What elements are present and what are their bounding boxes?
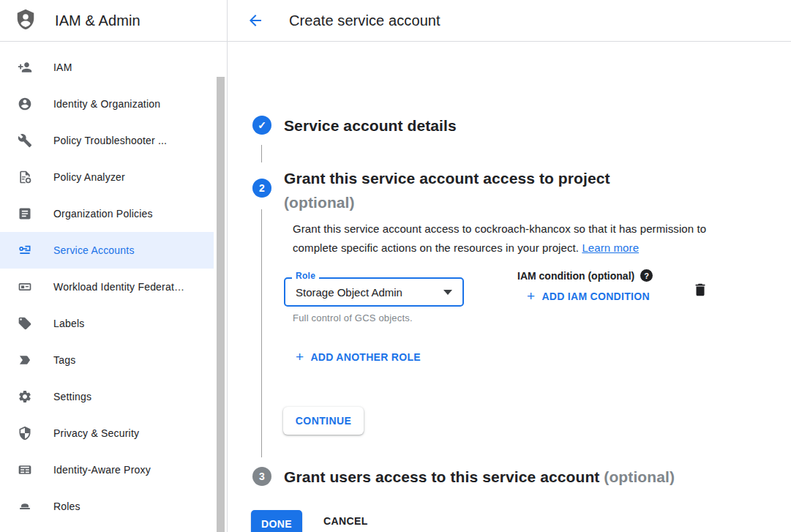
done-button[interactable]: DONE	[251, 510, 302, 532]
gear-icon	[18, 389, 32, 404]
step2-optional-label: (optional)	[284, 194, 355, 211]
wrench-icon	[18, 133, 32, 148]
dropdown-caret-icon	[443, 290, 452, 295]
sidebar-item-identity-organization[interactable]: Identity & Organization	[0, 86, 214, 122]
step3-number: 3	[259, 471, 265, 482]
tag-icon	[18, 353, 32, 367]
step2-title: Grant this service account access to pro…	[284, 166, 610, 214]
person-add-icon	[18, 60, 32, 75]
sidebar-item-label: Service Accounts	[53, 244, 135, 256]
sidebar-item-label: IAM	[53, 61, 72, 73]
sidebar-item-workload-identity-federation[interactable]: Workload Identity Federat…	[0, 269, 214, 305]
step3-title-text: Grant users access to this service accou…	[284, 468, 599, 485]
stepper-connector-line	[261, 209, 262, 457]
sidebar-item-organization-policies[interactable]: Organization Policies	[0, 195, 214, 232]
step2-description-text: Grant this service account access to coc…	[293, 222, 706, 254]
sidebar-item-label: Organization Policies	[53, 208, 153, 220]
sidebar-nav: IAM Identity & Organization Policy Troub…	[0, 42, 228, 532]
sidebar-item-privacy-security[interactable]: Privacy & Security	[0, 415, 214, 452]
learn-more-link[interactable]: Learn more	[582, 241, 639, 254]
role-helper-text: Full control of GCS objects.	[293, 312, 413, 323]
app-window: IAM & Admin Create service account IAM I…	[0, 0, 791, 532]
shield-half-icon	[18, 426, 32, 441]
sidebar-item-label: Tags	[53, 354, 75, 366]
add-iam-condition-label: ADD IAM CONDITION	[541, 291, 649, 302]
continue-button[interactable]: CONTINUE	[283, 407, 364, 435]
plus-icon: +	[296, 352, 304, 362]
sidebar-item-label: Privacy & Security	[53, 427, 139, 439]
policy-analyzer-icon	[18, 170, 32, 184]
step1-title: Service account details	[284, 117, 457, 135]
sidebar-item-policy-troubleshooter[interactable]: Policy Troubleshooter ...	[0, 122, 214, 159]
sidebar-item-policy-analyzer[interactable]: Policy Analyzer	[0, 159, 214, 195]
plus-icon: +	[527, 291, 535, 301]
sidebar-item-label: Roles	[53, 501, 80, 512]
sidebar-item-labels[interactable]: Labels	[0, 305, 214, 342]
sidebar-item-label: Labels	[53, 318, 84, 329]
sidebar-item-label: Workload Identity Federat…	[53, 281, 184, 293]
sidebar-item-identity-aware-proxy[interactable]: Identity-Aware Proxy	[0, 452, 214, 488]
sidebar-scrollbar[interactable]	[217, 77, 225, 532]
sidebar-item-roles[interactable]: Roles	[0, 488, 214, 525]
step2-description: Grant this service account access to coc…	[293, 220, 732, 258]
document-icon	[18, 206, 32, 221]
iam-condition-label: IAM condition (optional)	[517, 270, 634, 282]
badge-icon	[18, 280, 32, 294]
add-another-role-label: ADD ANOTHER ROLE	[310, 351, 421, 363]
step3-title: Grant users access to this service accou…	[284, 468, 675, 486]
sidebar-item-label: Policy Troubleshooter ...	[53, 135, 167, 146]
delete-role-button[interactable]	[692, 281, 708, 301]
sidebar-item-label: Settings	[53, 391, 91, 402]
sidebar-item-iam[interactable]: IAM	[0, 49, 214, 86]
check-icon: ✓	[258, 119, 266, 131]
step2-number-circle: 2	[252, 179, 271, 198]
sidebar-item-settings[interactable]: Settings	[0, 378, 214, 415]
page-title: Create service account	[289, 12, 441, 29]
create-service-account-form: ✓ Service account details 2 Grant this s…	[228, 42, 791, 532]
cancel-button[interactable]: CANCEL	[323, 515, 368, 527]
trash-icon	[692, 290, 708, 301]
role-selected-value: Storage Object Admin	[296, 286, 402, 299]
iam-admin-shield-logo-icon	[15, 7, 37, 34]
role-select[interactable]: Role Storage Object Admin	[284, 277, 464, 307]
sidebar-header: IAM & Admin	[0, 0, 228, 42]
role-field-label: Role	[292, 271, 319, 281]
step2-title-text: Grant this service account access to pro…	[284, 170, 610, 187]
add-another-role-button[interactable]: + ADD ANOTHER ROLE	[296, 351, 421, 363]
help-icon[interactable]: ?	[640, 269, 653, 282]
help-glyph: ?	[644, 271, 649, 280]
service-account-key-icon	[18, 243, 32, 258]
step1-check-circle: ✓	[252, 116, 271, 135]
role-field: Role Storage Object Admin	[284, 277, 464, 307]
add-iam-condition-button[interactable]: + ADD IAM CONDITION	[527, 291, 650, 302]
page-header: Create service account	[228, 0, 791, 42]
app-title: IAM & Admin	[55, 12, 140, 29]
back-arrow-icon[interactable]	[246, 11, 265, 30]
step2-number: 2	[259, 182, 265, 194]
stepper-connector-line	[261, 145, 262, 162]
account-circle-icon	[18, 97, 32, 111]
iam-condition-label-row: IAM condition (optional) ?	[517, 269, 653, 282]
sidebar-item-service-accounts[interactable]: Service Accounts	[0, 232, 214, 269]
sidebar-item-label: Identity-Aware Proxy	[53, 464, 151, 476]
sidebar-item-label: Identity & Organization	[53, 98, 160, 110]
sidebar-item-tags[interactable]: Tags	[0, 342, 214, 378]
label-icon	[18, 316, 32, 331]
step3-number-circle: 3	[252, 467, 271, 486]
roles-hat-icon	[18, 499, 32, 514]
proxy-icon	[18, 462, 32, 477]
step3-optional-label: (optional)	[604, 468, 675, 485]
sidebar-item-label: Policy Analyzer	[53, 171, 125, 183]
